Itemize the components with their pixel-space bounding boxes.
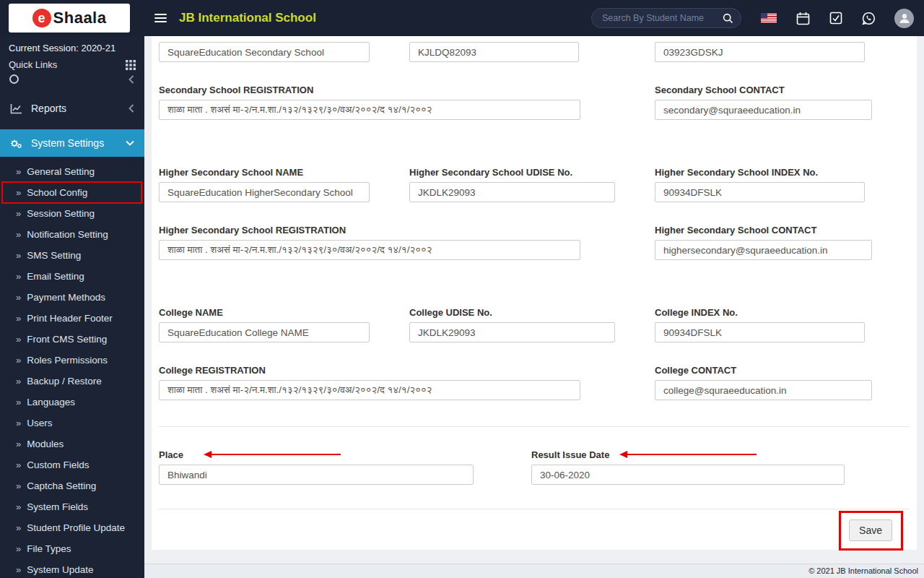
sidebar-item-sms-setting[interactable]: »SMS Setting [0,245,144,266]
input-secondary-school-registration[interactable] [159,100,580,120]
chevrons-right-icon: » [16,208,21,219]
language-flag-button[interactable] [761,13,777,23]
chevron-down-icon [126,140,134,146]
field-label: Higher Secondary School CONTACT [655,224,872,236]
sidebar-item-file-types[interactable]: »File Types [0,538,144,559]
place-input[interactable] [159,465,474,485]
sidebar-item-front-cms-setting[interactable]: »Front CMS Setting [0,329,144,350]
current-session-label: Current Session: 2020-21 [0,36,144,55]
sidebar-item-label: Backup / Restore [27,376,102,387]
input-higher-secondary-school-registration[interactable] [159,240,580,260]
form-field: College REGISTRATION [159,364,580,400]
whatsapp-button[interactable] [862,12,876,25]
chevrons-right-icon: » [16,292,21,303]
input-secondary-school-contact[interactable] [655,100,872,120]
sidebar-item-payment-methods[interactable]: »Payment Methods [0,287,144,308]
chevrons-right-icon: » [16,313,21,324]
circle-icon [9,74,19,85]
chevrons-right-icon: » [16,543,21,554]
input-college-contact[interactable] [655,380,872,400]
form-field: Result Issue Date [531,449,845,485]
input-college-udise-no[interactable] [409,322,615,342]
save-button[interactable]: Save [849,519,892,541]
search-input[interactable] [602,13,723,23]
annotation-arrow-result-issue-date [627,454,757,455]
sidebar-item-label: System Fields [27,501,88,512]
field-label: Higher Secondary School UDISE No. [409,166,615,178]
field-label: College CONTACT [655,364,872,376]
field-label: Higher Secondary School NAME [159,166,370,178]
sidebar-item-backup-restore[interactable]: »Backup / Restore [0,371,144,392]
sidebar-item-label: System Update [27,564,93,575]
input-college-name[interactable] [159,322,370,342]
chevrons-right-icon: » [16,166,21,177]
sidebar-item-label: Custom Fields [27,460,89,470]
sidebar-item-school-config[interactable]: »School Config [0,182,144,203]
sidebar-item-quick-links[interactable]: Quick Links [0,55,144,72]
input-higher-secondary-school-name[interactable] [159,182,370,202]
sidebar-item-student-profile-update[interactable]: »Student Profile Update [0,517,144,538]
result-issue-date-input[interactable] [531,465,845,485]
sidebar-item-roles-permissions[interactable]: »Roles Permissions [0,350,144,371]
sidebar-submenu: »General Setting»School Config»Session S… [0,157,144,578]
chevrons-right-icon: » [16,250,21,261]
sidebar-item-label: File Types [27,543,71,554]
us-flag-icon [761,13,777,23]
input-field[interactable] [409,42,579,62]
input-field[interactable] [159,42,370,62]
app-logo[interactable]: e Shaala [9,4,130,33]
input-higher-secondary-school-contact[interactable] [655,240,872,260]
field-label: College REGISTRATION [159,364,580,376]
search-box [591,8,741,28]
input-higher-secondary-school-udise-no[interactable] [409,182,615,202]
sidebar-item-label: Roles Permissions [27,355,108,366]
sidebar-item-session-setting[interactable]: »Session Setting [0,203,144,224]
sidebar-item-label: Captcha Setting [27,480,96,491]
sidebar-item-users[interactable]: »Users [0,413,144,434]
chevrons-right-icon: » [16,480,21,491]
tasks-button[interactable] [829,12,842,25]
school-config-card: Secondary School REGISTRATIONSecondary S… [152,36,917,550]
sidebar-item-system-update[interactable]: »System Update [0,559,144,578]
sidebar-item-reports[interactable]: Reports [0,96,144,121]
sidebar-item-print-header-footer[interactable]: »Print Header Footer [0,308,144,329]
sidebar-item-label: Print Header Footer [27,313,113,324]
sidebar-item-email-setting[interactable]: »Email Setting [0,266,144,287]
sidebar-item-label: Languages [27,397,75,407]
chevrons-right-icon: » [16,522,21,533]
sidebar-item-general-setting[interactable]: »General Setting [0,161,144,182]
sidebar-item-label: Session Setting [27,208,95,219]
sidebar-item-captcha-setting[interactable]: »Captcha Setting [0,475,144,496]
chevrons-right-icon: » [16,439,21,449]
sidebar-item-label: Notification Setting [27,229,108,240]
menu-icon[interactable] [154,12,167,25]
sidebar-item-languages[interactable]: »Languages [0,392,144,413]
form-field: Secondary School CONTACT [655,84,872,120]
chevrons-right-icon: » [16,418,21,428]
topbar: e Shaala JB International School [0,0,924,36]
chevrons-right-icon: » [16,187,21,198]
input-college-registration[interactable] [159,380,580,400]
form-field: College UDISE No. [409,306,615,342]
sidebar-item-system-fields[interactable]: »System Fields [0,496,144,517]
sidebar-item-label: SMS Setting [27,250,81,261]
input-college-index-no[interactable] [655,322,865,342]
avatar[interactable] [894,9,914,28]
calendar-button[interactable] [796,12,810,25]
sidebar-item-custom-fields[interactable]: »Custom Fields [0,454,144,475]
grid-icon [126,60,136,70]
chart-icon [10,103,22,114]
field-label: Secondary School REGISTRATION [159,84,580,95]
sidebar-item-collapsed[interactable] [0,72,144,87]
chevrons-right-icon: » [16,376,21,387]
input-field[interactable] [655,42,865,62]
sidebar-item-notification-setting[interactable]: »Notification Setting [0,224,144,245]
input-higher-secondary-school-index-no[interactable] [655,182,865,202]
chevrons-right-icon: » [16,271,21,282]
search-icon[interactable] [723,13,733,24]
sidebar-item-label: Payment Methods [27,292,105,303]
sidebar-item-label: Email Setting [27,271,84,282]
sidebar-item-system-settings[interactable]: System Settings [0,129,144,157]
sidebar-item-modules[interactable]: »Modules [0,434,144,454]
quick-links-label: Quick Links [9,59,126,70]
